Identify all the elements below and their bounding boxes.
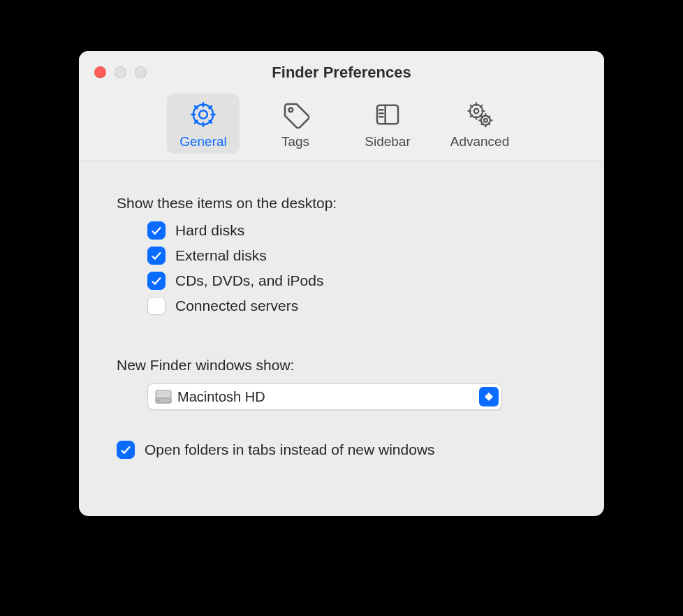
general-pane: Show these items on the desktop: Hard di…: [79, 161, 604, 481]
select-value: Macintosh HD: [177, 389, 265, 405]
svg-point-1: [193, 105, 213, 124]
checkbox-connected-servers-row: Connected servers: [147, 297, 566, 315]
tab-sidebar[interactable]: Sidebar: [351, 94, 424, 154]
tab-label: General: [179, 134, 227, 149]
tab-advanced[interactable]: Advanced: [443, 94, 516, 154]
checkbox-open-in-tabs-row: Open folders in tabs instead of new wind…: [117, 441, 566, 459]
checkbox-external-disks[interactable]: [147, 247, 166, 265]
tab-general[interactable]: General: [167, 94, 240, 154]
checkbox-label: CDs, DVDs, and iPods: [175, 272, 323, 289]
preferences-tabs: General Tags: [79, 94, 604, 154]
checkbox-hard-disks-row: Hard disks: [147, 221, 566, 240]
gears-icon: [464, 99, 495, 130]
checkbox-label: Open folders in tabs instead of new wind…: [145, 441, 435, 458]
checkmark-icon: [150, 249, 163, 262]
tab-label: Sidebar: [365, 134, 411, 149]
checkbox-open-in-tabs[interactable]: [117, 441, 135, 459]
svg-point-0: [199, 110, 207, 119]
checkbox-cds-dvds-ipods[interactable]: [147, 272, 166, 290]
checkbox-external-disks-row: External disks: [147, 247, 566, 265]
tab-tags[interactable]: Tags: [259, 94, 332, 154]
hard-drive-icon: [155, 390, 172, 404]
checkbox-cds-dvds-ipods-row: CDs, DVDs, and iPods: [147, 272, 566, 290]
svg-point-14: [158, 400, 159, 402]
checkmark-icon: [119, 443, 132, 456]
checkbox-label: External disks: [175, 247, 267, 264]
checkbox-connected-servers[interactable]: [147, 297, 166, 315]
svg-point-8: [474, 109, 479, 114]
desktop-items-label: Show these items on the desktop:: [117, 195, 566, 212]
gear-icon: [188, 99, 219, 130]
window-title: Finder Preferences: [79, 64, 604, 82]
svg-point-2: [288, 108, 293, 112]
select-stepper-icon: [479, 387, 499, 406]
checkmark-icon: [150, 224, 163, 237]
new-windows-label: New Finder windows show:: [117, 357, 566, 374]
sidebar-icon: [372, 99, 403, 130]
checkbox-label: Hard disks: [175, 222, 244, 239]
preferences-window: Finder Preferences General: [79, 51, 604, 516]
tab-label: Advanced: [450, 134, 510, 149]
svg-marker-16: [485, 397, 493, 401]
titlebar: Finder Preferences General: [79, 51, 604, 161]
tag-icon: [280, 99, 311, 130]
tab-label: Tags: [281, 134, 309, 149]
svg-point-10: [484, 119, 487, 122]
svg-rect-3: [377, 105, 398, 124]
checkmark-icon: [150, 274, 163, 287]
new-windows-select[interactable]: Macintosh HD: [147, 383, 502, 410]
checkbox-hard-disks[interactable]: [147, 221, 166, 240]
checkbox-label: Connected servers: [175, 298, 298, 314]
